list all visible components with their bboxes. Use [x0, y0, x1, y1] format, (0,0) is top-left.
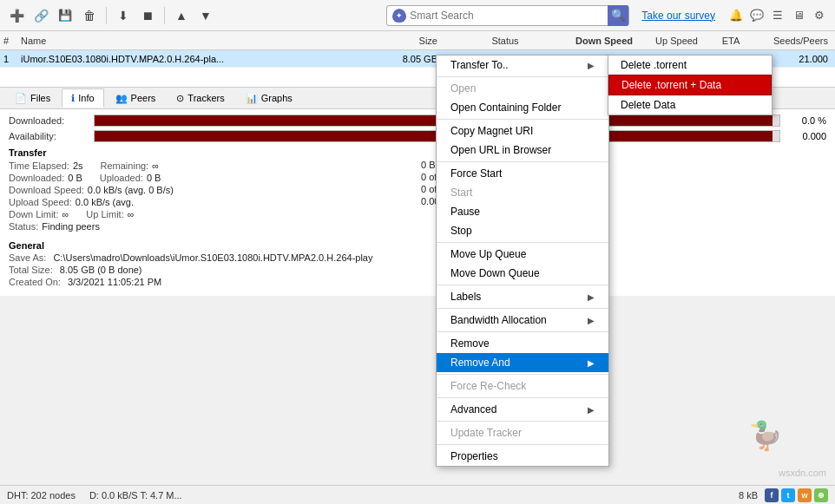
ctx-advanced[interactable]: Advanced ▶	[437, 400, 608, 419]
tab-files[interactable]: 📄 Files	[5, 88, 60, 108]
web-icon[interactable]: w	[798, 488, 812, 502]
total-size-val: 8.05 GB (0 B done)	[60, 265, 142, 275]
ctx-sep-4	[437, 242, 608, 243]
ctx-sep-6	[437, 308, 608, 309]
list-icon[interactable]: ☰	[769, 7, 786, 24]
availability-row: Availability: 0.000	[9, 130, 826, 142]
ctx-force-start[interactable]: Force Start	[437, 164, 608, 183]
shield-icon: ✦	[392, 9, 406, 23]
status-val: Finding peers	[42, 221, 100, 232]
tab-files-label: Files	[30, 93, 50, 103]
search-input[interactable]	[410, 10, 604, 22]
android-icon[interactable]: ⊕	[814, 488, 828, 502]
ctx-remove[interactable]: Remove	[437, 334, 608, 353]
ctx-open-folder[interactable]: Open Containing Folder	[437, 98, 608, 117]
info-icon: ℹ	[71, 93, 75, 104]
twitter-icon[interactable]: t	[781, 488, 795, 502]
move-down-icon[interactable]: ▼	[196, 6, 215, 25]
ctx-start[interactable]: Start	[437, 183, 608, 202]
download-status: D: 0.0 kB/S T: 4.7 M...	[89, 490, 182, 501]
tab-info[interactable]: ℹ Info	[62, 88, 103, 108]
col-size: Size	[375, 36, 444, 46]
bell-icon[interactable]: 🔔	[727, 7, 745, 24]
watermark-logo: 🦆	[748, 419, 783, 452]
stop-icon[interactable]: ⏹	[138, 6, 157, 25]
save-icon[interactable]: 💾	[56, 6, 75, 25]
ctx-sep-10	[437, 421, 608, 422]
tab-trackers[interactable]: ⊙ Trackers	[167, 88, 233, 108]
remaining-val: ∞	[152, 160, 159, 171]
ctx-open-url[interactable]: Open URL in Browser	[437, 141, 608, 160]
time-elapsed-val: 2s	[73, 160, 83, 171]
context-menu: Transfer To.. ▶ Open Open Containing Fol…	[436, 55, 609, 467]
delete-icon[interactable]: 🗑	[80, 6, 99, 25]
survey-link[interactable]: Take our survey	[641, 10, 715, 22]
dht-status: DHT: 202 nodes	[7, 490, 76, 501]
submenu-delete-data[interactable]: Delete Data	[608, 95, 772, 115]
trackers-icon: ⊙	[176, 93, 184, 104]
upload-status: 8 kB	[739, 490, 758, 501]
ctx-labels-text: Labels	[450, 291, 481, 303]
ctx-open[interactable]: Open	[437, 79, 608, 98]
col-seeds: Seeds/Peers	[757, 36, 835, 46]
ctx-copy-magnet[interactable]: Copy Magnet URI	[437, 121, 608, 141]
move-up-icon[interactable]: ▲	[172, 6, 191, 25]
col-up-speed: Up Speed	[640, 36, 705, 46]
ctx-stop[interactable]: Stop	[437, 221, 608, 240]
monitor-icon[interactable]: 🖥	[790, 7, 807, 24]
ctx-properties[interactable]: Properties	[437, 447, 608, 466]
download-speed-row: Download Speed: 0.0 kB/s (avg. 0 B/s)	[9, 185, 414, 195]
peers-icon: 👥	[115, 93, 128, 104]
col-name: Name	[17, 36, 375, 46]
ctx-advanced-text: Advanced	[450, 403, 496, 416]
toolbar-separator-1	[106, 7, 107, 24]
download-icon[interactable]: ⬇	[114, 6, 133, 25]
ctx-move-down[interactable]: Move Down Queue	[437, 264, 608, 283]
tab-peers[interactable]: 👥 Peers	[106, 88, 166, 108]
ctx-remove-and[interactable]: Remove And ▶	[437, 353, 608, 372]
save-as-row: Save As: C:\Users\madro\Downloads\iUmor.…	[9, 252, 826, 263]
created-on-val: 3/3/2021 11:05:21 PM	[68, 277, 161, 287]
ctx-move-up[interactable]: Move Up Queue	[437, 245, 608, 264]
add-link-icon[interactable]: 🔗	[31, 6, 50, 25]
search-bar: ✦ Smart Search 🔍	[386, 5, 629, 26]
facebook-icon[interactable]: f	[765, 488, 779, 502]
tab-graphs[interactable]: 📊 Graphs	[236, 88, 302, 108]
downloaded-fill	[95, 115, 773, 126]
chat-icon[interactable]: 💬	[748, 7, 766, 24]
ctx-pause[interactable]: Pause	[437, 202, 608, 221]
ctx-sep-8	[437, 374, 608, 375]
ctx-bandwidth[interactable]: Bandwidth Allocation ▶	[437, 311, 608, 330]
downloaded-label: Downloaded:	[9, 115, 87, 126]
created-on-row: Created On: 3/3/2021 11:05:21 PM	[9, 277, 826, 287]
general-title: General	[9, 240, 826, 251]
submenu-delete-torrent[interactable]: Delete .torrent	[608, 56, 772, 75]
time-elapsed-row: Time Elapsed: 2s Remaining: ∞	[9, 160, 414, 171]
status-right: 8 kB f t w ⊕	[739, 488, 828, 502]
ctx-labels-arrow: ▶	[588, 292, 595, 302]
ctx-update-tracker[interactable]: Update Tracker	[437, 423, 608, 442]
up-limit-val: ∞	[128, 209, 135, 219]
ctx-sep-1	[437, 76, 608, 77]
availability-label: Availability:	[9, 131, 87, 141]
ctx-force-recheck[interactable]: Force Re-Check	[437, 376, 608, 396]
gear-icon[interactable]: ⚙	[811, 7, 828, 24]
add-torrent-icon[interactable]: ➕	[7, 6, 26, 25]
ctx-transfer-to[interactable]: Transfer To.. ▶	[437, 56, 608, 75]
ctx-bandwidth-arrow: ▶	[588, 316, 595, 325]
files-icon: 📄	[15, 93, 27, 104]
up-limit-key: Up Limit:	[86, 209, 123, 219]
submenu-delete-torrent-data[interactable]: Delete .torrent + Data	[608, 75, 772, 95]
created-on-key: Created On:	[9, 277, 61, 287]
ctx-labels[interactable]: Labels ▶	[437, 287, 608, 306]
watermark-text: wsxdn.com	[779, 468, 826, 478]
downloaded-row: Downloaded: 0.0 %	[9, 115, 826, 127]
col-down-speed: Down Speed	[566, 36, 640, 46]
search-button[interactable]: 🔍	[608, 5, 628, 26]
uploaded-val: 0 B	[147, 173, 161, 183]
downloaded-key: Downloaded:	[9, 173, 64, 183]
ctx-sep-3	[437, 161, 608, 162]
downloaded-pct: 0.0 %	[787, 115, 826, 126]
upload-speed-row: Upload Speed: 0.0 kB/s (avg.	[9, 197, 414, 207]
status-row: Status: Finding peers	[9, 221, 414, 232]
